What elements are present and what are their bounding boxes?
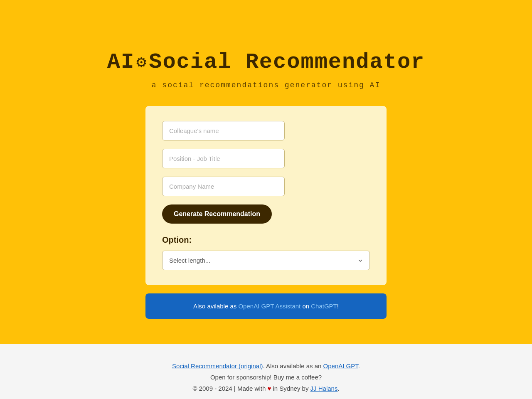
form-card: Generate Recommendation Option: Select l… bbox=[145, 106, 387, 285]
length-select[interactable]: Select length... Short Medium Long bbox=[162, 251, 370, 270]
footer-line1: Social Recommendator (original). Also av… bbox=[8, 360, 524, 372]
footer-line3: © 2009 - 2024 | Made with ♥ in Sydney by… bbox=[8, 383, 524, 394]
openai-gpt-footer-link[interactable]: OpenAI GPT bbox=[323, 362, 358, 369]
main-area: AI⚙Social Recommendator a social recomme… bbox=[0, 0, 532, 344]
colleague-name-input[interactable] bbox=[162, 121, 285, 140]
footer-in-sydney: in Sydney by bbox=[271, 385, 310, 392]
promo-text-middle: on bbox=[300, 303, 311, 310]
footer-copyright: © 2009 - 2024 | Made with bbox=[192, 385, 267, 392]
promo-text-after: ! bbox=[337, 303, 339, 310]
footer-line2: Open for sponsorship! Buy me a coffee? bbox=[8, 372, 524, 383]
app-title: AI⚙Social Recommendator bbox=[107, 50, 425, 74]
jj-halans-link[interactable]: JJ Halans bbox=[310, 385, 338, 392]
footer-line1-end: . bbox=[358, 362, 360, 369]
footer-end-period: . bbox=[337, 385, 339, 392]
position-input[interactable] bbox=[162, 149, 285, 168]
social-recommendator-link[interactable]: Social Recommendator (original) bbox=[172, 362, 263, 369]
generate-recommendation-button[interactable]: Generate Recommendation bbox=[162, 204, 272, 224]
promo-banner: Also avilable as OpenAI GPT Assistant on… bbox=[145, 293, 387, 319]
footer-line1-after: . Also available as an bbox=[263, 362, 323, 369]
gear-icon: ⚙ bbox=[136, 52, 147, 72]
openai-gpt-link[interactable]: OpenAI GPT Assistant bbox=[238, 303, 300, 310]
chatgpt-link[interactable]: ChatGPT bbox=[311, 303, 337, 310]
app-subtitle: a social recommendations generator using… bbox=[152, 81, 380, 89]
option-label: Option: bbox=[162, 235, 370, 245]
title-rest: Social Recommendator bbox=[149, 50, 425, 74]
company-name-input[interactable] bbox=[162, 177, 285, 196]
promo-text-before: Also avilable as bbox=[193, 303, 238, 310]
footer: Social Recommendator (original). Also av… bbox=[0, 344, 532, 399]
title-ai: AI bbox=[107, 50, 135, 74]
